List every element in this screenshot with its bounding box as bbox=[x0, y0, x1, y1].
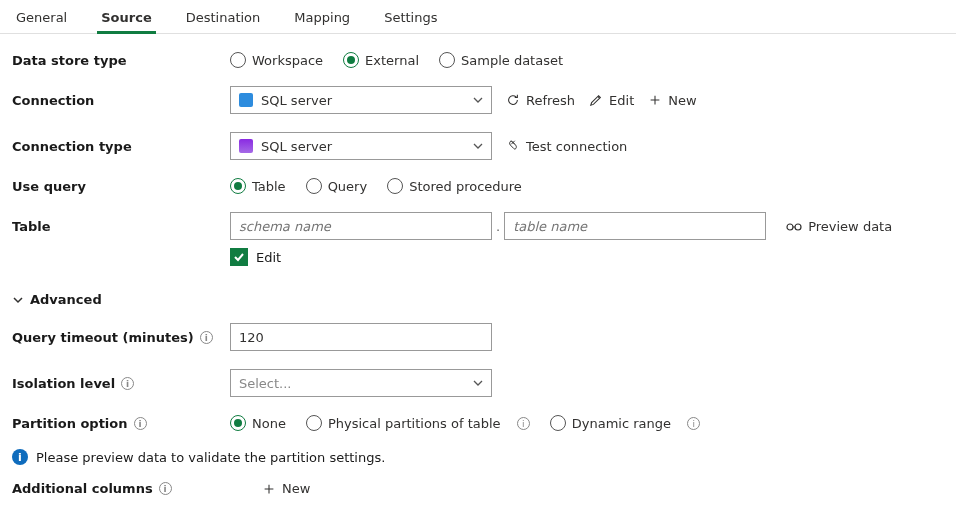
info-icon[interactable] bbox=[121, 377, 134, 390]
radio-icon bbox=[387, 178, 403, 194]
chevron-down-icon bbox=[473, 141, 483, 151]
radio-icon bbox=[230, 415, 246, 431]
query-timeout-input[interactable] bbox=[230, 323, 492, 351]
isolation-placeholder: Select... bbox=[239, 376, 292, 391]
edit-label: Edit bbox=[609, 93, 634, 108]
table-name-input[interactable] bbox=[504, 212, 766, 240]
chevron-down-icon bbox=[473, 378, 483, 388]
refresh-icon bbox=[506, 93, 520, 107]
radio-icon bbox=[439, 52, 455, 68]
radio-label: Stored procedure bbox=[409, 179, 522, 194]
tab-label: Settings bbox=[384, 10, 437, 25]
radio-icon bbox=[230, 178, 246, 194]
connection-type-label: Connection type bbox=[12, 139, 230, 154]
radio-label: Sample dataset bbox=[461, 53, 563, 68]
additional-columns-new-button[interactable]: New bbox=[262, 481, 310, 496]
additional-columns-label: Additional columns bbox=[12, 481, 230, 496]
table-edit-checkbox[interactable] bbox=[230, 248, 248, 266]
query-timeout-label: Query timeout (minutes) bbox=[12, 330, 230, 345]
info-icon[interactable] bbox=[134, 417, 147, 430]
tab-label: Mapping bbox=[294, 10, 350, 25]
use-query-sproc-radio[interactable]: Stored procedure bbox=[387, 178, 522, 194]
radio-label: Workspace bbox=[252, 53, 323, 68]
connection-select[interactable]: SQL server bbox=[230, 86, 492, 114]
preview-label: Preview data bbox=[808, 219, 892, 234]
use-query-label: Use query bbox=[12, 179, 230, 194]
notice-text: Please preview data to validate the part… bbox=[36, 450, 385, 465]
tab-mapping[interactable]: Mapping bbox=[290, 0, 354, 33]
radio-label: Table bbox=[252, 179, 286, 194]
use-query-query-radio[interactable]: Query bbox=[306, 178, 368, 194]
svg-point-1 bbox=[795, 224, 801, 230]
partition-dynamic-radio[interactable]: Dynamic range bbox=[550, 415, 700, 431]
tab-label: Source bbox=[101, 10, 151, 25]
glasses-icon bbox=[786, 220, 802, 232]
table-separator: . bbox=[492, 219, 504, 234]
tab-source[interactable]: Source bbox=[97, 0, 155, 33]
new-label: New bbox=[282, 481, 310, 496]
table-label: Table bbox=[12, 219, 230, 234]
plus-icon bbox=[262, 482, 276, 496]
tab-destination[interactable]: Destination bbox=[182, 0, 265, 33]
svg-point-0 bbox=[787, 224, 793, 230]
radio-icon bbox=[306, 178, 322, 194]
use-query-table-radio[interactable]: Table bbox=[230, 178, 286, 194]
check-icon bbox=[233, 251, 245, 263]
plus-icon bbox=[648, 93, 662, 107]
new-label: New bbox=[668, 93, 696, 108]
radio-label: None bbox=[252, 416, 286, 431]
partition-info-banner: i Please preview data to validate the pa… bbox=[12, 449, 944, 465]
tab-label: General bbox=[16, 10, 67, 25]
test-label: Test connection bbox=[526, 139, 627, 154]
radio-icon bbox=[230, 52, 246, 68]
connection-value: SQL server bbox=[261, 93, 332, 108]
preview-data-button[interactable]: Preview data bbox=[786, 219, 892, 234]
chevron-down-icon bbox=[473, 95, 483, 105]
radio-label: Physical partitions of table bbox=[328, 416, 501, 431]
info-icon[interactable] bbox=[200, 331, 213, 344]
plug-icon bbox=[506, 139, 520, 153]
partition-option-label: Partition option bbox=[12, 416, 230, 431]
info-icon[interactable] bbox=[517, 417, 530, 430]
radio-label: Query bbox=[328, 179, 368, 194]
tab-label: Destination bbox=[186, 10, 261, 25]
advanced-label: Advanced bbox=[30, 292, 102, 307]
data-store-workspace-radio[interactable]: Workspace bbox=[230, 52, 323, 68]
sql-server-icon bbox=[239, 139, 253, 153]
radio-icon bbox=[550, 415, 566, 431]
refresh-label: Refresh bbox=[526, 93, 575, 108]
info-icon[interactable] bbox=[687, 417, 700, 430]
pencil-icon bbox=[589, 93, 603, 107]
data-store-sample-radio[interactable]: Sample dataset bbox=[439, 52, 563, 68]
info-icon[interactable] bbox=[159, 482, 172, 495]
connection-label: Connection bbox=[12, 93, 230, 108]
schema-name-input[interactable] bbox=[230, 212, 492, 240]
tab-general[interactable]: General bbox=[12, 0, 71, 33]
edit-connection-button[interactable]: Edit bbox=[589, 93, 634, 108]
radio-icon bbox=[306, 415, 322, 431]
radio-label: External bbox=[365, 53, 419, 68]
connection-type-select[interactable]: SQL server bbox=[230, 132, 492, 160]
isolation-level-label: Isolation level bbox=[12, 376, 230, 391]
test-connection-button[interactable]: Test connection bbox=[506, 139, 627, 154]
data-store-type-label: Data store type bbox=[12, 53, 230, 68]
table-edit-label: Edit bbox=[256, 250, 281, 265]
data-store-external-radio[interactable]: External bbox=[343, 52, 419, 68]
new-connection-button[interactable]: New bbox=[648, 93, 696, 108]
isolation-level-select[interactable]: Select... bbox=[230, 369, 492, 397]
advanced-section-toggle[interactable]: Advanced bbox=[12, 292, 944, 307]
partition-none-radio[interactable]: None bbox=[230, 415, 286, 431]
radio-label: Dynamic range bbox=[572, 416, 671, 431]
sql-server-icon bbox=[239, 93, 253, 107]
radio-icon bbox=[343, 52, 359, 68]
partition-physical-radio[interactable]: Physical partitions of table bbox=[306, 415, 530, 431]
refresh-button[interactable]: Refresh bbox=[506, 93, 575, 108]
chevron-down-icon bbox=[12, 294, 24, 306]
tab-settings[interactable]: Settings bbox=[380, 0, 441, 33]
tab-bar: General Source Destination Mapping Setti… bbox=[0, 0, 956, 34]
connection-type-value: SQL server bbox=[261, 139, 332, 154]
info-icon: i bbox=[12, 449, 28, 465]
